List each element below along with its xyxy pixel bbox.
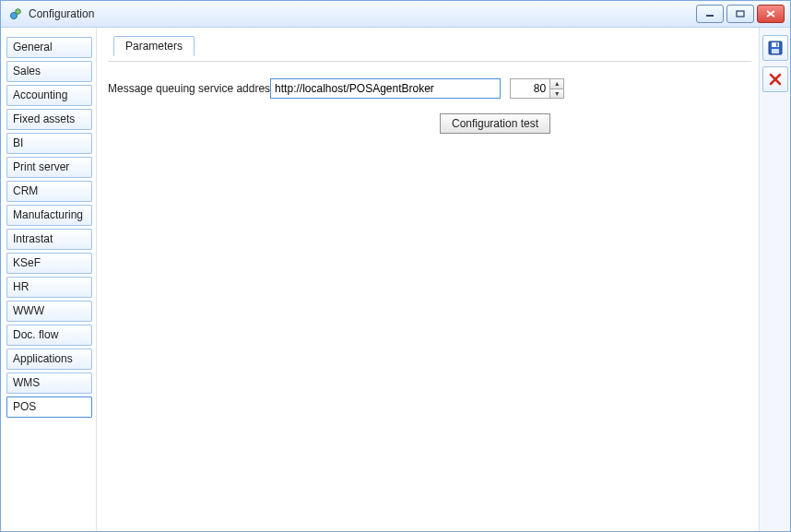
port-input[interactable]	[511, 79, 549, 98]
sidebar-item-fixed-assets[interactable]: Fixed assets	[6, 109, 92, 130]
sidebar-item-label: Intrastat	[13, 232, 53, 245]
tab-strip: Parameters	[108, 35, 751, 55]
sidebar-item-www[interactable]: WWW	[6, 301, 92, 322]
svg-point-1	[16, 9, 21, 15]
sidebar-item-general[interactable]: General	[6, 37, 92, 58]
sidebar-item-label: WWW	[13, 304, 44, 317]
window-controls	[696, 5, 786, 23]
config-test-row: Configuration test	[108, 113, 751, 134]
sidebar-item-bi[interactable]: BI	[6, 133, 92, 154]
address-input[interactable]	[270, 78, 501, 99]
maximize-icon	[736, 10, 745, 18]
sidebar-item-accounting[interactable]: Accounting	[6, 85, 92, 106]
sidebar-item-label: Fixed assets	[13, 112, 75, 125]
sidebar-item-applications[interactable]: Applications	[6, 349, 92, 370]
titlebar: Configuration	[1, 1, 790, 28]
spinner-down-button[interactable]: ▼	[550, 89, 563, 99]
spinner-up-button[interactable]: ▲	[550, 79, 563, 89]
configuration-window: Configuration General Sal	[0, 0, 791, 532]
sidebar-item-label: WMS	[13, 376, 40, 389]
main-panel: Parameters Message queuing service addre…	[97, 28, 759, 531]
tab-label: Parameters	[125, 40, 183, 53]
sidebar-item-label: KSeF	[13, 256, 41, 269]
configuration-test-button[interactable]: Configuration test	[440, 113, 550, 134]
svg-rect-7	[772, 42, 779, 47]
sidebar-item-label: Sales	[13, 65, 41, 77]
minimize-button[interactable]	[696, 5, 724, 23]
cancel-button[interactable]	[762, 66, 788, 92]
sidebar-item-label: Accounting	[13, 89, 67, 101]
svg-rect-9	[776, 43, 778, 47]
sidebar-item-doc-flow[interactable]: Doc. flow	[6, 325, 92, 346]
sidebar-item-manufacturing[interactable]: Manufacturing	[6, 205, 92, 226]
address-row: Message queuing service addres ▲ ▼	[108, 78, 751, 99]
sidebar-item-print-server[interactable]: Print server	[6, 157, 92, 178]
sidebar-item-label: Manufacturing	[13, 208, 83, 221]
chevron-down-icon: ▼	[554, 90, 561, 97]
sidebar-item-label: CRM	[13, 184, 38, 197]
spinner-buttons: ▲ ▼	[549, 79, 563, 98]
svg-rect-8	[772, 49, 779, 53]
sidebar-item-pos[interactable]: POS	[6, 396, 92, 418]
save-button[interactable]	[762, 35, 788, 61]
sidebar-item-label: General	[13, 41, 53, 53]
tab-body: Message queuing service addres ▲ ▼	[108, 61, 751, 134]
save-icon	[768, 41, 783, 55]
window-title: Configuration	[29, 7, 94, 20]
sidebar-item-intrastat[interactable]: Intrastat	[6, 229, 92, 250]
client-area: General Sales Accounting Fixed assets BI…	[1, 28, 790, 531]
maximize-button[interactable]	[726, 5, 754, 23]
svg-rect-2	[706, 15, 714, 17]
tab-parameters[interactable]: Parameters	[113, 36, 195, 56]
right-rail	[759, 28, 790, 531]
gear-icon	[9, 7, 22, 20]
button-label: Configuration test	[452, 117, 538, 130]
sidebar-item-hr[interactable]: HR	[6, 277, 92, 298]
sidebar-item-crm[interactable]: CRM	[6, 181, 92, 202]
app-icon	[8, 6, 23, 21]
close-button[interactable]	[757, 5, 785, 23]
port-spinner: ▲ ▼	[510, 78, 564, 99]
minimize-icon	[705, 10, 714, 18]
address-label: Message queuing service addres	[108, 82, 270, 95]
chevron-up-icon: ▲	[554, 80, 561, 87]
sidebar-item-label: HR	[13, 280, 29, 293]
sidebar-item-label: Applications	[13, 352, 73, 365]
sidebar-item-label: POS	[13, 400, 36, 413]
sidebar: General Sales Accounting Fixed assets BI…	[1, 28, 97, 531]
svg-rect-3	[737, 11, 744, 17]
cancel-icon	[768, 72, 783, 87]
sidebar-item-label: BI	[13, 136, 23, 149]
sidebar-item-wms[interactable]: WMS	[6, 372, 92, 394]
sidebar-item-sales[interactable]: Sales	[6, 61, 92, 82]
sidebar-item-ksef[interactable]: KSeF	[6, 253, 92, 274]
sidebar-item-label: Print server	[13, 160, 69, 173]
sidebar-item-label: Doc. flow	[13, 328, 58, 341]
close-icon	[766, 10, 775, 18]
